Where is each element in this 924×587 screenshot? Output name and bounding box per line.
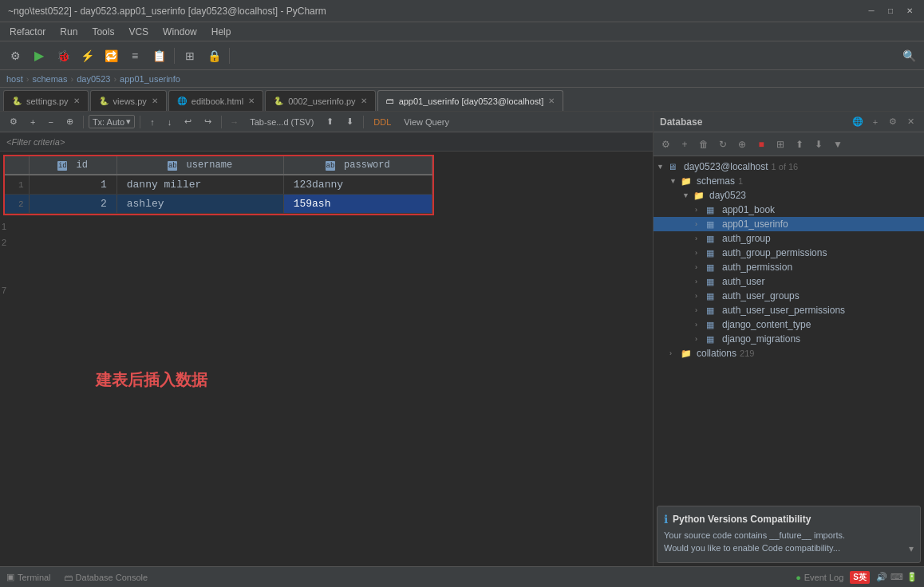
menu-vcs[interactable]: VCS — [122, 25, 155, 39]
toolbar-download[interactable]: ⬇ — [342, 114, 358, 130]
menu-help[interactable]: Help — [205, 25, 238, 39]
db-toolbar-table[interactable]: ⊞ — [772, 136, 789, 153]
tree-day0523[interactable]: ▼ 📁 day0523 — [654, 188, 924, 203]
event-log-button[interactable]: ● Event Log — [796, 573, 843, 582]
maximize-button[interactable]: □ — [884, 5, 897, 18]
toolbar-up-btn[interactable]: ↑ — [145, 114, 160, 130]
db-toolbar-copy[interactable]: ⊕ — [733, 136, 751, 153]
db-toolbar-delete[interactable]: 🗑 — [695, 136, 713, 153]
toolbar-upload[interactable]: ⬆ — [322, 114, 338, 130]
tree-auth-perm[interactable]: › ▦ auth_permission — [654, 260, 924, 274]
tree-collations[interactable]: › 📁 collations 219 — [654, 346, 924, 360]
tree-label-migrations: django_migrations — [722, 333, 800, 345]
tree-auth-user[interactable]: › ▦ auth_user — [654, 274, 924, 289]
tab-close-userinfo[interactable]: ✕ — [548, 97, 555, 105]
tab-close-migration[interactable]: ✕ — [361, 97, 367, 105]
tab-close-settings[interactable]: ✕ — [73, 97, 80, 105]
db-toolbar-filter[interactable]: ▼ — [829, 136, 847, 153]
tx-auto-selector[interactable]: Tx: Auto ▾ — [89, 115, 135, 128]
tree-icon-auth-groupperm: ▦ — [706, 248, 719, 258]
db-toolbar-refresh[interactable]: ↻ — [714, 136, 732, 153]
menu-refactor[interactable]: Refactor — [3, 25, 52, 39]
view-query-button[interactable]: View Query — [399, 114, 454, 130]
db-icon-plus[interactable]: + — [868, 115, 883, 129]
toolbar-btn-6[interactable]: ≡ — [124, 45, 145, 66]
db-icon-globe[interactable]: 🌐 — [851, 115, 865, 129]
breadcrumb-day0523[interactable]: day0523 — [77, 74, 110, 84]
ddl-button[interactable]: DDL — [369, 114, 396, 130]
db-icon-close[interactable]: ✕ — [903, 115, 918, 129]
db-toolbar-add[interactable]: + — [676, 136, 693, 153]
sogou-icon[interactable]: S英 — [850, 571, 870, 584]
tree-django-migrations[interactable]: › ▦ django_migrations — [654, 332, 924, 346]
filter-placeholder[interactable]: <Filter criteria> — [6, 137, 65, 147]
tree-label-schemas: schemas — [697, 175, 735, 187]
db-console-button[interactable]: 🗃 Database Console — [64, 573, 148, 582]
table-toolbar: ⚙ + − ⊕ Tx: Auto ▾ ↑ ↓ ↩ ↪ → Tab-se...d … — [0, 112, 653, 132]
tree-label-contenttype: django_content_type — [722, 319, 811, 330]
tree-auth-group-perm[interactable]: › ▦ auth_group_permissions — [654, 246, 924, 260]
window-controls: ─ □ ✕ — [865, 5, 916, 18]
toolbar-tsv-btn[interactable]: Tab-se...d (TSV) — [245, 114, 318, 130]
breadcrumb-schemas[interactable]: schemas — [32, 74, 67, 84]
notif-chevron-icon[interactable]: ▾ — [909, 542, 914, 556]
db-icon-settings[interactable]: ⚙ — [886, 115, 900, 129]
table-row[interactable]: 1 1 danny miller 123danny — [5, 175, 432, 195]
terminal-button[interactable]: ▣ Terminal — [6, 572, 51, 582]
tab-close-views[interactable]: ✕ — [152, 97, 158, 105]
toolbar-revert-btn[interactable]: ↩ — [180, 114, 196, 130]
breadcrumb-table[interactable]: app01_userinfo — [120, 74, 180, 84]
tree-app01-book[interactable]: › ▦ app01_book — [654, 203, 924, 217]
cell-password-1[interactable]: 123danny — [283, 175, 432, 195]
tab-userinfo[interactable]: 🗃 app01_userinfo [day0523@localhost] ✕ — [377, 90, 564, 111]
tree-app01-userinfo[interactable]: › ▦ app01_userinfo — [654, 217, 924, 231]
toolbar-btn-7[interactable]: 📋 — [148, 45, 169, 66]
minimize-button[interactable]: ─ — [865, 5, 878, 18]
annotation-text: 建表后插入数据 — [96, 369, 207, 391]
database-panel-header: Database 🌐 + ⚙ ✕ — [654, 112, 924, 132]
tree-auth-group[interactable]: › ▦ auth_group — [654, 231, 924, 246]
menu-tools[interactable]: Tools — [85, 25, 120, 39]
db-toolbar-gear[interactable]: ⚙ — [657, 136, 674, 153]
cell-username-2[interactable]: ashley — [116, 195, 283, 214]
table-row[interactable]: 2 2 ashley 159ash — [5, 195, 432, 214]
cell-id-2[interactable]: 2 — [29, 195, 116, 214]
toolbar-gear-icon[interactable]: ⚙ — [5, 114, 22, 130]
toolbar-btn-4[interactable]: ⚡ — [77, 45, 97, 66]
tab-settings[interactable]: 🐍 settings.py ✕ — [3, 90, 89, 111]
tree-auth-usergroups[interactable]: › ▦ auth_user_groups — [654, 289, 924, 303]
toolbar-btn-1[interactable]: ⚙ — [5, 45, 26, 66]
close-button[interactable]: ✕ — [903, 5, 916, 18]
cell-password-2[interactable]: 159ash — [283, 195, 432, 214]
toolbar-search[interactable]: 🔍 — [898, 45, 919, 66]
tab-editbook[interactable]: 🌐 editbook.html ✕ — [168, 90, 263, 111]
toolbar-copy-row[interactable]: ⊕ — [61, 114, 78, 130]
menu-bar: Refactor Run Tools VCS Window Help — [0, 22, 924, 41]
tree-django-contenttype[interactable]: › ▦ django_content_type — [654, 317, 924, 332]
tab-close-editbook[interactable]: ✕ — [248, 97, 255, 105]
breadcrumb-host[interactable]: host — [6, 74, 23, 84]
run-button[interactable]: ▶ — [29, 45, 49, 66]
toolbar-btn-5[interactable]: 🔁 — [101, 45, 121, 66]
cell-id-1[interactable]: 1 — [29, 175, 116, 195]
toolbar-btn-3[interactable]: 🐞 — [53, 45, 73, 66]
db-toolbar-export[interactable]: ⬇ — [810, 136, 827, 153]
tree-auth-useruserperm[interactable]: › ▦ auth_user_user_permissions — [654, 303, 924, 317]
menu-window[interactable]: Window — [156, 25, 203, 39]
tab-views[interactable]: 🐍 views.py ✕ — [90, 90, 167, 111]
tree-schemas[interactable]: ▼ 📁 schemas 1 — [654, 174, 924, 188]
toolbar-vcs[interactable]: 🔒 — [203, 45, 224, 66]
db-toolbar-stop[interactable]: ■ — [752, 136, 770, 153]
toolbar-separator — [174, 48, 175, 64]
toolbar-submit-btn[interactable]: ↪ — [199, 114, 216, 130]
db-toolbar-import[interactable]: ⬆ — [791, 136, 808, 153]
toolbar-btn-8[interactable]: ⊞ — [180, 45, 200, 66]
toolbar-add-row[interactable]: + — [26, 114, 40, 130]
menu-run[interactable]: Run — [53, 25, 84, 39]
cell-username-1[interactable]: danny miller — [116, 175, 283, 195]
line-numbers: 1 2 7 — [0, 215, 13, 298]
toolbar-delete-row[interactable]: − — [43, 114, 57, 130]
tab-migration[interactable]: 🐍 0002_userinfo.py ✕ — [265, 90, 375, 111]
tree-root[interactable]: ▼ 🖥 day0523@localhost 1 of 16 — [654, 160, 924, 174]
toolbar-down-btn[interactable]: ↓ — [163, 114, 177, 130]
